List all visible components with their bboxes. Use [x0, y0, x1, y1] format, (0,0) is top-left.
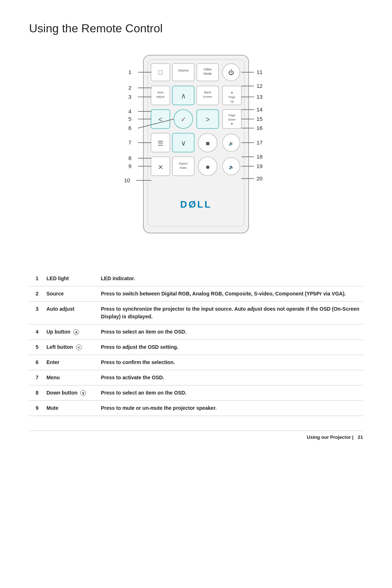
table-row: 6 Enter Press to confirm the selection.: [29, 355, 363, 370]
svg-text:⏺: ⏺: [205, 164, 210, 170]
svg-text:Video: Video: [204, 68, 212, 71]
svg-text:Down: Down: [228, 118, 236, 121]
row-num: 2: [29, 286, 44, 302]
row-num: 3: [29, 302, 44, 324]
svg-text:☰: ☰: [158, 140, 163, 147]
footer-page-number: 21: [358, 434, 363, 440]
svg-text:Adjust: Adjust: [156, 95, 165, 98]
table-row: 7 Menu Press to activate the OSD.: [29, 370, 363, 385]
row-name: Auto adjust: [44, 302, 98, 324]
svg-text:15: 15: [257, 116, 263, 122]
svg-text:▼: ▼: [230, 122, 233, 126]
row-name: Down button ∨: [44, 385, 98, 401]
svg-text:10: 10: [124, 177, 130, 183]
svg-text:Blank: Blank: [204, 91, 212, 94]
row-name: LED light: [44, 271, 98, 286]
svg-text:Page: Page: [229, 95, 236, 99]
row-num: 7: [29, 370, 44, 385]
row-num: 5: [29, 340, 44, 355]
svg-text:16: 16: [257, 125, 263, 131]
remote-diagram: □ Source Video Mode ⏻ Auto Adjust ∧ Blan…: [29, 50, 363, 253]
svg-text:13: 13: [257, 94, 263, 100]
svg-text:Screen: Screen: [203, 95, 212, 98]
svg-text:🔊: 🔊: [229, 141, 234, 146]
row-desc: Press to synchronize the projector to th…: [98, 302, 363, 324]
svg-text:1: 1: [128, 69, 131, 75]
table-row: 1 LED light LED indicator.: [29, 271, 363, 286]
svg-text:5: 5: [128, 116, 131, 122]
svg-text:Auto: Auto: [158, 91, 164, 94]
table-row: 5 Left button < Press to adjust the OSD …: [29, 340, 363, 355]
svg-text:19: 19: [257, 163, 263, 169]
svg-text:⏻: ⏻: [228, 69, 234, 75]
row-name: Source: [44, 286, 98, 302]
svg-text:∨: ∨: [181, 139, 186, 147]
svg-text:14: 14: [257, 106, 263, 113]
row-desc: Press to confirm the selection.: [98, 355, 363, 370]
row-desc: Press to select an item on the OSD.: [98, 385, 363, 401]
row-desc: Press to select an item on the OSD.: [98, 324, 363, 340]
row-desc: Press to adjust the OSD setting.: [98, 340, 363, 355]
page-container: Using the Remote Control □ Source Video …: [0, 0, 392, 462]
svg-text:4: 4: [128, 108, 131, 114]
svg-text:DØLL: DØLL: [180, 199, 212, 210]
row-name: Left button <: [44, 340, 98, 355]
row-num: 9: [29, 401, 44, 416]
svg-text:2: 2: [128, 85, 131, 91]
diagram-svg: □ Source Video Mode ⏻ Auto Adjust ∧ Blan…: [73, 50, 319, 253]
row-num: 4: [29, 324, 44, 340]
svg-text:▲: ▲: [230, 91, 233, 94]
svg-text:Page: Page: [229, 114, 236, 117]
row-num: 8: [29, 385, 44, 401]
row-desc: Press to mute or un-mute the projector s…: [98, 401, 363, 416]
table-row: 9 Mute Press to mute or un-mute the proj…: [29, 401, 363, 416]
row-name: Menu: [44, 370, 98, 385]
svg-text:∧: ∧: [181, 92, 186, 100]
svg-rect-4: [172, 64, 194, 81]
svg-text:□: □: [159, 69, 163, 76]
svg-text:Ratio: Ratio: [180, 166, 187, 170]
svg-text:18: 18: [257, 154, 263, 160]
svg-text:3: 3: [128, 94, 131, 100]
row-name: Enter: [44, 355, 98, 370]
svg-text:🔉: 🔉: [229, 164, 234, 170]
table-row: 3 Auto adjust Press to synchronize the p…: [29, 302, 363, 324]
svg-text:Aspect: Aspect: [179, 162, 188, 165]
svg-text:Up: Up: [230, 100, 234, 103]
svg-text:Source: Source: [178, 69, 189, 72]
left-symbol: <: [76, 344, 82, 350]
table-row: 4 Up button ∧ Press to select an item on…: [29, 324, 363, 340]
svg-text:20: 20: [257, 175, 263, 181]
row-num: 6: [29, 355, 44, 370]
svg-text:✕: ✕: [158, 164, 163, 171]
table-row: 2 Source Press to switch between Digital…: [29, 286, 363, 302]
svg-text:6: 6: [128, 125, 131, 131]
svg-text:>: >: [205, 115, 210, 123]
row-desc: Press to switch between Digital RGB, Ana…: [98, 286, 363, 302]
row-desc: LED indicator.: [98, 271, 363, 286]
footer-separator: |: [351, 434, 355, 440]
page-footer: Using our Projector | 21: [29, 430, 363, 440]
svg-text:9: 9: [128, 163, 131, 169]
svg-text:12: 12: [257, 83, 263, 89]
table-row: 8 Down button ∨ Press to select an item …: [29, 385, 363, 401]
row-name: Mute: [44, 401, 98, 416]
up-symbol: ∧: [73, 329, 79, 335]
spec-table: 1 LED light LED indicator. 2 Source Pres…: [29, 271, 363, 416]
svg-text:⏹: ⏹: [205, 140, 210, 146]
down-symbol: ∨: [80, 390, 86, 396]
svg-text:11: 11: [257, 69, 263, 75]
row-name: Up button ∧: [44, 324, 98, 340]
row-desc: Press to activate the OSD.: [98, 370, 363, 385]
svg-text:7: 7: [128, 139, 131, 146]
svg-text:✓: ✓: [181, 116, 186, 123]
row-num: 1: [29, 271, 44, 286]
svg-text:Mode: Mode: [204, 72, 212, 75]
footer-label: Using our Projector: [307, 434, 351, 440]
svg-text:17: 17: [257, 139, 263, 146]
page-title: Using the Remote Control: [29, 22, 363, 35]
svg-text:8: 8: [128, 155, 131, 161]
